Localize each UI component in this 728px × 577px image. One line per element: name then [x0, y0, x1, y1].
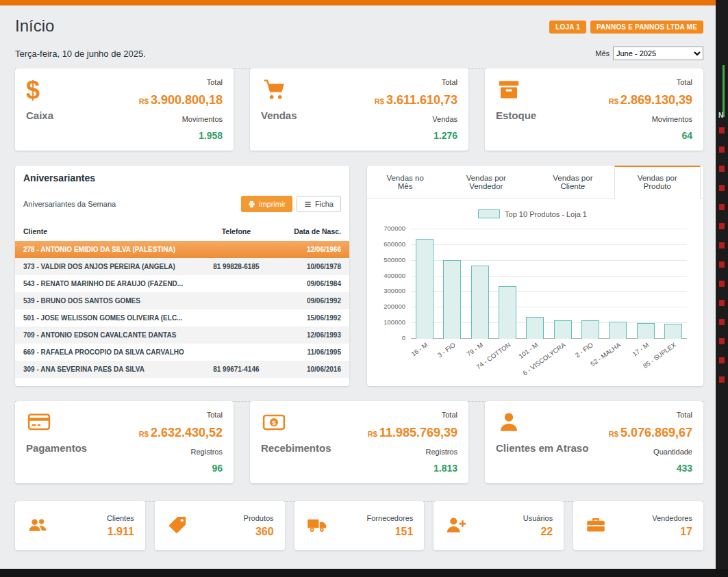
chart-x-label: 16 - M [410, 341, 429, 358]
chart-x-label: 3 - FIO [436, 341, 457, 359]
sales-chart-card: Vendas no Mês Vendas por Vendedor Vendas… [367, 166, 703, 386]
chart-legend[interactable]: Top 10 Produtos - Loja 1 [375, 209, 690, 218]
card-clientes[interactable]: Clientes 1.911 [15, 501, 145, 550]
chart-bar-slot: 17 - M [631, 229, 659, 339]
sales-tabs: Vendas no Mês Vendas por Vendedor Vendas… [367, 166, 703, 198]
card-produtos[interactable]: Produtos 360 [155, 501, 285, 550]
table-row[interactable]: 709 - ANTONIO EDSON CAVALCANTE DANTAS 12… [15, 326, 349, 344]
side-panel-strip[interactable]: N [716, 0, 728, 577]
chart-bar-slot: 16 - M [411, 229, 438, 339]
total-amount: R$3.900.800,18 [139, 93, 223, 107]
chart-bar [581, 320, 599, 339]
table-row[interactable]: 309 - ANA SEVERINA PAES DA SILVA 81 9967… [15, 361, 349, 378]
dashboard-content: Início LOJA 1 PANNOS E PANNOS LTDA ME Te… [0, 5, 716, 550]
table-row[interactable]: 543 - RENATO MARINHO DE ARAUJO (FAZEND..… [15, 275, 349, 292]
list-icon [304, 201, 312, 208]
chart-bar [443, 260, 461, 339]
middle-row: Aniversariantes Aniversariantes da Seman… [15, 166, 703, 386]
chart-bar-slot: 6 - VISCOLYCRA [549, 229, 576, 339]
tab-vendas-por-produto[interactable]: Vendas por Produto [614, 166, 701, 198]
chart-x-label: 17 - M [631, 341, 650, 358]
mini-value: 360 [244, 526, 274, 538]
count-label: Movimentos [139, 115, 223, 123]
card-fornecedores[interactable]: Fornecedores 151 [294, 501, 425, 550]
card-usuarios[interactable]: Usuários 22 [434, 501, 564, 550]
mini-label: Usuários [523, 514, 553, 522]
header-buttons: LOJA 1 PANNOS E PANNOS LTDA ME [549, 21, 703, 34]
tab-vendas-por-vendedor[interactable]: Vendas por Vendedor [440, 166, 531, 198]
mini-label: Fornecedores [367, 514, 414, 522]
chart-bar [416, 239, 434, 339]
chart-x-label: 52 - MALHA [589, 341, 622, 368]
archive-box-icon [496, 78, 525, 104]
card-title: Clientes em Atraso [496, 442, 588, 454]
chart-bar [609, 322, 627, 339]
total-label: Total [375, 78, 457, 86]
print-button[interactable]: imprimir [241, 196, 292, 212]
side-panel-green-indicator [723, 65, 725, 117]
card-pagamentos[interactable]: Pagamentos Total R$2.632.430,52 Registro… [15, 401, 234, 483]
tab-vendas-no-mes[interactable]: Vendas no Mês [370, 166, 440, 198]
card-title: Caixa [26, 110, 55, 121]
mini-label: Vendedores [652, 514, 692, 522]
company-button[interactable]: PANNOS E PANNOS LTDA ME [590, 21, 703, 34]
page-title: Início [15, 16, 54, 36]
chart-bar [554, 320, 572, 339]
chart-bar-slot: 74 - COTTON [494, 229, 521, 339]
total-label: Total [609, 411, 692, 419]
tag-icon [166, 515, 190, 537]
table-row[interactable]: 501 - JOSE WELISSON GOMES OLIVEIRA (ELC.… [15, 309, 349, 326]
credit-card-icon [26, 411, 55, 437]
chart-x-label: 101 - M [517, 341, 540, 360]
table-row[interactable]: 373 - VALDIR DOS ANJOS PEREIRA (ANGELA) … [15, 258, 349, 275]
count-label: Movimentos [609, 115, 692, 123]
month-select[interactable]: June - 2025 [613, 47, 703, 60]
chart-y-tick: 100000 [384, 318, 405, 326]
count-value: 64 [609, 130, 692, 141]
legend-swatch [478, 209, 500, 218]
card-estoque[interactable]: Estoque Total R$2.869.130,39 Movimentos … [485, 68, 703, 151]
card-vendedores[interactable]: Vendedores 17 [573, 501, 703, 550]
card-title: Vendas [261, 110, 297, 121]
svg-text:$: $ [272, 419, 276, 426]
chart-y-tick: 0 [402, 334, 405, 342]
user-icon [496, 411, 525, 437]
date-row: Terça-feira, 10 de junho de 2025. Mês Ju… [15, 47, 703, 60]
chart-area: Top 10 Produtos - Loja 1 010000020000030… [367, 198, 703, 339]
chart-bar [471, 266, 489, 339]
total-label: Total [368, 411, 457, 419]
table-row[interactable]: 669 - RAFAELA PROCOPIO DA SILVA CARVALHO… [15, 344, 349, 361]
cart-icon [261, 78, 290, 104]
chart-y-tick: 500000 [384, 256, 405, 264]
count-value: 1.958 [139, 130, 223, 141]
birthdays-card: Aniversariantes Aniversariantes da Seman… [15, 166, 349, 386]
birthdays-subtitle: Aniversariantes da Semana [23, 200, 116, 208]
count-value: 96 [139, 463, 223, 474]
count-label: Registros [139, 448, 223, 456]
total-amount: R$11.985.769,39 [368, 426, 457, 440]
total-amount: R$3.611.610,73 [375, 93, 457, 107]
month-label: Mês [595, 49, 610, 57]
chart-y-tick: 300000 [384, 287, 405, 294]
mini-label: Clientes [107, 514, 134, 522]
card-caixa[interactable]: $ Caixa Total R$3.900.800,18 Movimentos … [15, 68, 234, 151]
chart-y-axis: 0100000200000300000400000500000600000700… [375, 229, 411, 339]
mini-value: 22 [523, 526, 553, 538]
total-amount: R$5.076.869,67 [609, 426, 692, 440]
printer-icon [248, 201, 255, 208]
chart-bar [499, 286, 516, 339]
table-row[interactable]: 539 - BRUNO DOS SANTOS GOMES 09/06/1992 [15, 292, 349, 309]
bottom-bar [0, 569, 728, 577]
chart-bar [637, 323, 655, 339]
birthdays-table: Cliente Telefone Data de Nasc. 278 - ANT… [15, 223, 349, 378]
card-vendas[interactable]: Vendas Total R$3.611.610,73 Vendas 1.276 [250, 68, 468, 151]
ficha-button[interactable]: Ficha [297, 196, 341, 212]
table-row[interactable]: 278 - ANTONIO EMIDIO DA SILVA (PALESTINA… [15, 241, 349, 258]
card-clientes-em-atraso[interactable]: Clientes em Atraso Total R$5.076.869,67 … [485, 401, 703, 483]
store-button[interactable]: LOJA 1 [549, 21, 586, 34]
card-recebimentos[interactable]: $ Recebimentos Total R$11.985.769,39 Reg… [250, 401, 468, 483]
chart-y-tick: 700000 [384, 225, 405, 232]
tab-vendas-por-cliente[interactable]: Vendas por Cliente [531, 166, 614, 198]
briefcase-icon [584, 515, 609, 537]
count-label: Quantidade [609, 448, 692, 456]
